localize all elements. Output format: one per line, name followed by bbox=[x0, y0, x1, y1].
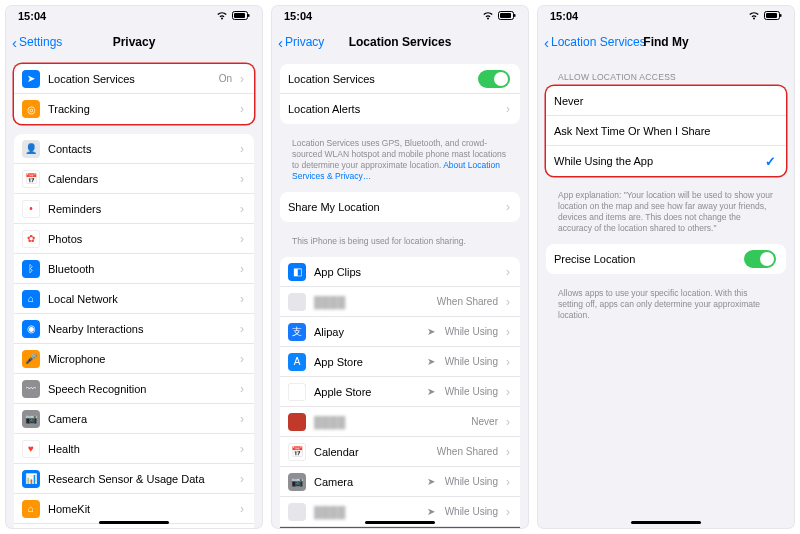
row-bluetooth[interactable]: ᛒBluetooth› bbox=[14, 254, 254, 284]
row-calendars[interactable]: 📅Calendars› bbox=[14, 164, 254, 194]
chevron-left-icon: ‹ bbox=[12, 35, 17, 50]
back-button[interactable]: ‹ Privacy bbox=[278, 35, 324, 50]
b3-icon bbox=[288, 503, 306, 521]
row-detail: While Using bbox=[445, 386, 498, 397]
row-label: ████ bbox=[314, 416, 463, 428]
location-scroll[interactable]: Location Services Location Alerts › Loca… bbox=[272, 58, 528, 528]
row-detail: Never bbox=[471, 416, 498, 427]
row-reminders[interactable]: •Reminders› bbox=[14, 194, 254, 224]
chevron-right-icon: › bbox=[506, 295, 510, 309]
precise-location-toggle[interactable] bbox=[744, 250, 776, 268]
row-precise-location[interactable]: Precise Location bbox=[546, 244, 786, 274]
row-label: Speech Recognition bbox=[48, 383, 232, 395]
nbi-icon: ◉ bbox=[22, 320, 40, 338]
row-label: Precise Location bbox=[554, 253, 736, 265]
home-indicator[interactable] bbox=[631, 521, 701, 524]
row-option-while-using-the-app[interactable]: While Using the App✓ bbox=[546, 146, 786, 176]
row-app-apple-store[interactable]: Apple Store➤While Using› bbox=[280, 377, 520, 407]
chevron-right-icon: › bbox=[506, 445, 510, 459]
svg-rect-8 bbox=[780, 14, 782, 17]
row-app-camera[interactable]: 📷Camera➤While Using› bbox=[280, 467, 520, 497]
row-detail: When Shared bbox=[437, 296, 498, 307]
chevron-right-icon: › bbox=[506, 475, 510, 489]
group-allow-access: NeverAsk Next Time Or When I ShareWhile … bbox=[546, 86, 786, 176]
bt-icon: ᛒ bbox=[22, 260, 40, 278]
row-label: Calendars bbox=[48, 173, 232, 185]
row-local-network[interactable]: ⌂Local Network› bbox=[14, 284, 254, 314]
hk-icon: ⌂ bbox=[22, 500, 40, 518]
b1-icon bbox=[288, 293, 306, 311]
chevron-right-icon: › bbox=[240, 142, 244, 156]
status-icons bbox=[216, 10, 250, 22]
chevron-right-icon: › bbox=[506, 385, 510, 399]
home-indicator[interactable] bbox=[99, 521, 169, 524]
row-app-app-store[interactable]: AApp Store➤While Using› bbox=[280, 347, 520, 377]
row-label: App Store bbox=[314, 356, 419, 368]
location-services-toggle[interactable] bbox=[478, 70, 510, 88]
row-location-services[interactable]: Location Services bbox=[280, 64, 520, 94]
row-research-sensor-usage-data[interactable]: 📊Research Sensor & Usage Data› bbox=[14, 464, 254, 494]
row-app-alipay[interactable]: 支Alipay➤While Using› bbox=[280, 317, 520, 347]
row-camera[interactable]: 📷Camera› bbox=[14, 404, 254, 434]
location-arrow-icon: ➤ bbox=[427, 326, 435, 337]
row-label: Alipay bbox=[314, 326, 419, 338]
chevron-right-icon: › bbox=[240, 352, 244, 366]
chevron-right-icon: › bbox=[240, 172, 244, 186]
back-button[interactable]: ‹ Settings bbox=[12, 35, 62, 50]
row-label: Microphone bbox=[48, 353, 232, 365]
row-label: Location Services bbox=[288, 73, 470, 85]
row-label: Never bbox=[554, 95, 776, 107]
chevron-right-icon: › bbox=[240, 72, 244, 86]
location-arrow-icon: ➤ bbox=[427, 506, 435, 517]
row-speech-recognition[interactable]: 〰Speech Recognition› bbox=[14, 374, 254, 404]
rsd-icon: 📊 bbox=[22, 470, 40, 488]
row-label: Share My Location bbox=[288, 201, 498, 213]
row-app-find-my[interactable]: ◉Find My➤While Using› bbox=[280, 527, 520, 528]
row-app--[interactable]: ████When Shared› bbox=[280, 287, 520, 317]
back-button[interactable]: ‹ Location Services bbox=[544, 35, 646, 50]
row-tracking[interactable]: ◎Tracking› bbox=[14, 94, 254, 124]
battery-icon bbox=[498, 10, 516, 22]
loc-icon: ➤ bbox=[22, 70, 40, 88]
home-indicator[interactable] bbox=[365, 521, 435, 524]
row-nearby-interactions[interactable]: ◉Nearby Interactions› bbox=[14, 314, 254, 344]
row-label: Location Alerts bbox=[288, 103, 498, 115]
location-arrow-icon: ➤ bbox=[427, 356, 435, 367]
svg-rect-1 bbox=[234, 13, 245, 18]
row-contacts[interactable]: 👤Contacts› bbox=[14, 134, 254, 164]
chevron-right-icon: › bbox=[506, 200, 510, 214]
row-app-calendar[interactable]: 📅CalendarWhen Shared› bbox=[280, 437, 520, 467]
cal-icon: 📅 bbox=[22, 170, 40, 188]
location-arrow-icon: ➤ bbox=[427, 386, 435, 397]
chevron-right-icon: › bbox=[240, 502, 244, 516]
chevron-right-icon: › bbox=[240, 442, 244, 456]
svg-rect-2 bbox=[248, 14, 250, 17]
row-location-alerts[interactable]: Location Alerts › bbox=[280, 94, 520, 124]
row-label: Location Services bbox=[48, 73, 211, 85]
row-share-my-location[interactable]: Share My Location › bbox=[280, 192, 520, 222]
row-media-apple-music[interactable]: ♪Media & Apple Music› bbox=[14, 524, 254, 528]
row-location-services[interactable]: ➤Location ServicesOn› bbox=[14, 64, 254, 94]
row-photos[interactable]: ✿Photos› bbox=[14, 224, 254, 254]
row-app-app-clips[interactable]: ◧App Clips› bbox=[280, 257, 520, 287]
spr-icon: 〰 bbox=[22, 380, 40, 398]
row-option-never[interactable]: Never bbox=[546, 86, 786, 116]
row-health[interactable]: ♥Health› bbox=[14, 434, 254, 464]
row-homekit[interactable]: ⌂HomeKit› bbox=[14, 494, 254, 524]
svg-rect-4 bbox=[500, 13, 511, 18]
group-privacy-apps: 👤Contacts›📅Calendars›•Reminders›✿Photos›… bbox=[14, 134, 254, 528]
battery-icon bbox=[764, 10, 782, 22]
wifi-icon bbox=[748, 10, 760, 22]
row-detail: On bbox=[219, 73, 232, 84]
settings-scroll[interactable]: ➤Location ServicesOn›◎Tracking› 👤Contact… bbox=[6, 58, 262, 528]
row-label: App Clips bbox=[314, 266, 498, 278]
nav-bar: ‹ Privacy Location Services bbox=[272, 26, 528, 58]
row-option-ask-next-time-or-when-i-share[interactable]: Ask Next Time Or When I Share bbox=[546, 116, 786, 146]
battery-icon bbox=[232, 10, 250, 22]
findmy-scroll[interactable]: Allow Location Access NeverAsk Next Time… bbox=[538, 58, 794, 528]
row-microphone[interactable]: 🎤Microphone› bbox=[14, 344, 254, 374]
phone-location-services: 15:04 ‹ Privacy Location Services Locati… bbox=[272, 6, 528, 528]
row-app--[interactable]: ████Never› bbox=[280, 407, 520, 437]
chevron-right-icon: › bbox=[240, 102, 244, 116]
group-location-tracking: ➤Location ServicesOn›◎Tracking› bbox=[14, 64, 254, 124]
